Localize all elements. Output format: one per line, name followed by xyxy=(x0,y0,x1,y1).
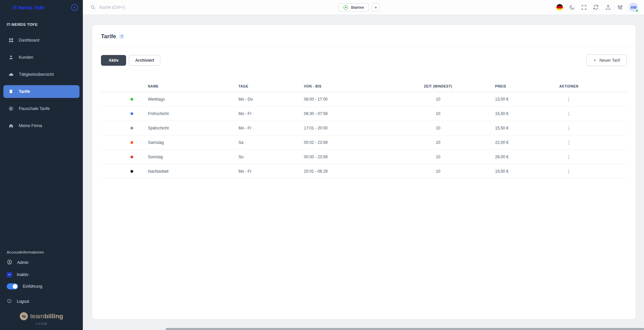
tariffs-table: NAME TAGE VON - BIS ZEIT (MINDEST) PREIS… xyxy=(101,81,627,179)
tariff-min-time: 10 xyxy=(388,126,488,130)
dark-mode-moon-icon[interactable] xyxy=(569,4,575,10)
sync-refresh-icon[interactable] xyxy=(593,4,599,10)
help-icon[interactable]: ? xyxy=(119,34,124,39)
language-flag-german-icon[interactable] xyxy=(556,4,563,10)
row-actions-menu-icon[interactable]: ⋮ xyxy=(565,96,573,102)
organization-label: IT-NERDS TOFE xyxy=(0,14,83,31)
column-header-name: NAME xyxy=(148,85,238,88)
flat-rate-icon xyxy=(8,106,14,112)
card-toolbar: Aktiv Archiviert + Neuer Tarif xyxy=(92,47,636,66)
tab-aktiv[interactable]: Aktiv xyxy=(101,55,126,66)
tariff-min-time: 10 xyxy=(388,111,488,116)
filter-sliders-icon[interactable] xyxy=(617,4,623,10)
tariff-days: Sa xyxy=(238,140,304,145)
sidebar-item-meine-firma[interactable]: Meine Firma xyxy=(3,119,79,132)
column-header-preis: PREIS xyxy=(488,85,535,88)
add-timer-button[interactable]: + xyxy=(372,3,380,11)
sidebar-header: IT-Nerds Tofe ▾ xyxy=(0,0,83,14)
row-actions-menu-icon[interactable]: ⋮ xyxy=(565,111,573,117)
sidebar: IT-Nerds Tofe ▾ IT-NERDS TOFE Dashboard … xyxy=(0,0,83,330)
power-icon xyxy=(7,298,12,305)
tariff-days: So xyxy=(238,155,304,159)
account-intro-toggle-row: Einführung xyxy=(0,280,83,292)
row-actions-menu-icon[interactable]: ⋮ xyxy=(565,125,573,131)
account-role-label: Admin xyxy=(17,260,29,265)
column-header-von-bis: VON - BIS xyxy=(304,85,388,88)
tariff-table-body: WerktagsMo - Do08:00 - 17:001013,00 €⋮Fr… xyxy=(101,92,627,179)
start-timer-button[interactable]: Starten xyxy=(338,3,369,11)
row-actions-menu-icon[interactable]: ⋮ xyxy=(565,168,573,174)
sidebar-nav: Dashboard Kunden Tätigkeitsübersicht Tar… xyxy=(0,31,83,135)
start-timer-label: Starten xyxy=(351,5,364,9)
search-input[interactable] xyxy=(99,5,206,10)
tariff-name: Frühschicht xyxy=(148,111,238,116)
app-version: v 1.0.25 xyxy=(0,322,83,329)
app-window: IT-Nerds Tofe ▾ IT-NERDS TOFE Dashboard … xyxy=(0,0,644,330)
card-header: Tarife ? xyxy=(92,25,636,47)
user-avatar[interactable]: AM xyxy=(629,3,638,12)
intro-toggle-on[interactable] xyxy=(7,283,18,289)
tariff-timerange: 00:00 - 23:59 xyxy=(304,155,388,159)
table-header-row: NAME TAGE VON - BIS ZEIT (MINDEST) PREIS… xyxy=(101,81,627,92)
content-area: Tarife ? Aktiv Archiviert + Neuer Tarif xyxy=(83,15,644,330)
tariff-color-dot xyxy=(130,112,133,115)
page-title: Tarife xyxy=(101,33,116,40)
table-row: FrühschichtMo - Fr06:30 - 07:591015,50 €… xyxy=(101,107,627,121)
tariff-days: Mo - Fr xyxy=(238,169,304,174)
account-role-admin[interactable]: Admin xyxy=(0,256,83,269)
tariff-price: 13,00 € xyxy=(488,97,535,102)
tariff-color-dot xyxy=(130,98,133,101)
tariff-price: 15,50 € xyxy=(488,126,535,130)
tariff-min-time: 10 xyxy=(388,97,488,102)
tariff-price: 26,00 € xyxy=(488,155,535,159)
column-header-tage: TAGE xyxy=(238,85,304,88)
new-tariff-button[interactable]: + Neuer Tarif xyxy=(586,54,627,66)
inactive-status-icon xyxy=(7,272,12,277)
tariff-name: Sonntag xyxy=(148,155,238,159)
tariff-name: Werktags xyxy=(148,97,238,102)
scrollbar-thumb[interactable] xyxy=(166,328,644,330)
account-status-label: Inaktiv xyxy=(17,272,29,277)
sidebar-item-label: Tätigkeitsübersicht xyxy=(19,72,54,77)
main-area: Starten + AM Tarife ? xyxy=(83,0,644,330)
tariff-timerange: 08:00 - 17:00 xyxy=(304,97,388,102)
brand-name-team: team xyxy=(30,313,44,320)
row-actions-menu-icon[interactable]: ⋮ xyxy=(565,140,573,146)
table-row: SamstagSa00:02 - 23:591022,00 €⋮ xyxy=(101,135,627,150)
table-row: NachtarbeitMo - Fr20:01 - 06:291019,50 €… xyxy=(101,164,627,179)
tariff-price: 15,50 € xyxy=(488,111,535,116)
sidebar-item-dashboard[interactable]: Dashboard xyxy=(3,34,79,47)
sidebar-item-tarife[interactable]: Tarife xyxy=(3,85,79,98)
logout-button[interactable]: Logout xyxy=(0,295,83,308)
app-logo[interactable]: IT-Nerds Tofe xyxy=(13,5,44,10)
status-filter-tabs: Aktiv Archiviert xyxy=(101,55,160,66)
fullscreen-icon[interactable] xyxy=(581,4,587,10)
tariffs-card: Tarife ? Aktiv Archiviert + Neuer Tarif xyxy=(92,25,636,319)
dashboard-grid-icon xyxy=(8,38,14,43)
brand-footer: % teambilling v 1.0.25 xyxy=(0,308,83,330)
table-row: WerktagsMo - Do08:00 - 17:001013,00 €⋮ xyxy=(101,92,627,107)
upload-export-icon[interactable] xyxy=(605,4,611,10)
tariff-min-time: 10 xyxy=(388,140,488,145)
sidebar-item-kunden[interactable]: Kunden xyxy=(3,51,79,64)
sidebar-collapse-icon[interactable]: ▾ xyxy=(71,4,78,11)
account-status-inactive[interactable]: Inaktiv xyxy=(0,269,83,280)
tariff-color-dot xyxy=(130,156,133,158)
sidebar-item-pauschale-tarife[interactable]: Pauschale Tarife xyxy=(3,102,79,115)
tariff-min-time: 10 xyxy=(388,155,488,159)
new-tariff-label: Neuer Tarif xyxy=(599,58,620,63)
intro-toggle-label: Einführung xyxy=(23,284,42,289)
account-section-label: Accountinformationen xyxy=(0,247,83,256)
avatar-initials: AM xyxy=(631,5,636,9)
global-search xyxy=(90,5,338,10)
tab-archiviert[interactable]: Archiviert xyxy=(129,55,160,66)
tariff-timerange: 20:01 - 06:29 xyxy=(304,169,388,174)
tariff-name: Spätschicht xyxy=(148,126,238,130)
horizontal-scrollbar[interactable] xyxy=(166,328,644,330)
row-actions-menu-icon[interactable]: ⋮ xyxy=(565,154,573,160)
sidebar-item-taetigkeitsuebersicht[interactable]: Tätigkeitsübersicht xyxy=(3,68,79,81)
tariff-name: Samstag xyxy=(148,140,238,145)
topbar-actions: AM xyxy=(390,3,638,12)
customers-icon xyxy=(8,55,14,60)
column-header-aktionen: AKTIONEN xyxy=(535,85,602,88)
